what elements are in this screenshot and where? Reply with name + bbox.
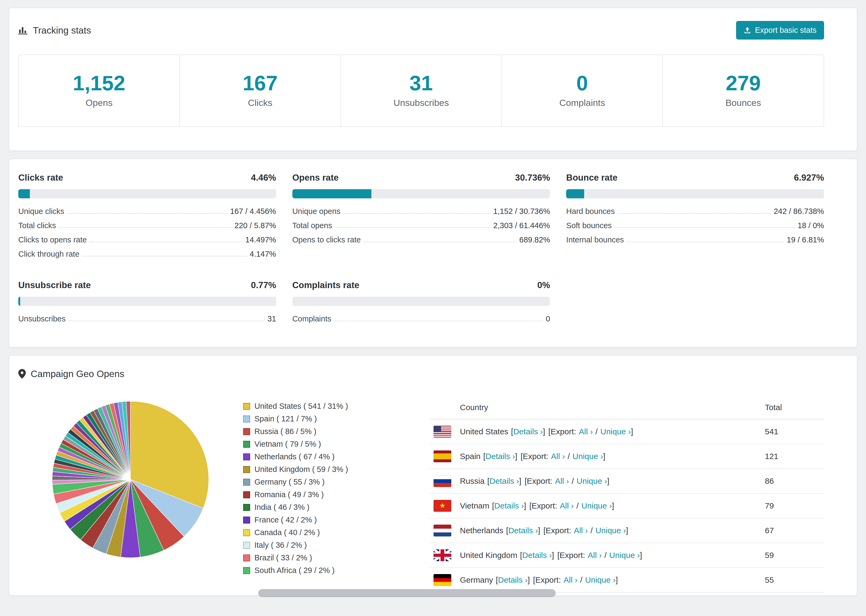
export-unique-link[interactable]: Unique › [576, 476, 607, 486]
rate-detail-label: Opens to clicks rate [292, 236, 361, 244]
export-all-link[interactable]: All › [560, 501, 574, 511]
country-name: United States [460, 427, 508, 436]
export-unique-link[interactable]: Unique › [595, 526, 626, 535]
export-unique-link[interactable]: Unique › [585, 575, 615, 585]
stat-label: Bounces [663, 97, 823, 108]
geo-body: United States ( 541 / 31% ) Spain ( 121 … [9, 391, 857, 596]
details-link[interactable]: Details › [498, 575, 527, 585]
tracking-stats-title: Tracking stats [18, 25, 91, 36]
table-row: United States[Details ›][Export:All ›/Un… [429, 420, 824, 444]
legend-item: Brazil ( 33 / 2% ) [243, 553, 429, 562]
geo-table-body: United States[Details ›][Export:All ›/Un… [429, 420, 824, 592]
rate-detail-value: 18 / 0% [798, 221, 824, 230]
rate-detail-label: Clicks to opens rate [18, 236, 87, 244]
rate-detail-value: 0 [546, 314, 550, 323]
export-all-link[interactable]: All › [588, 551, 602, 560]
country-total: 86 [765, 476, 824, 486]
export-unique-link[interactable]: Unique › [609, 551, 640, 560]
export-unique-link[interactable]: Unique › [573, 452, 603, 461]
legend-item: Italy ( 36 / 2% ) [243, 541, 429, 550]
slash: / [580, 575, 582, 585]
dotted-leader [58, 227, 232, 228]
country-name: Russia [460, 476, 485, 486]
horizontal-scrollbar-thumb[interactable] [258, 589, 556, 597]
table-row: Russia[Details ›][Export:All ›/Unique ›]… [429, 469, 824, 494]
country-name: Germany [460, 575, 493, 585]
details-link[interactable]: Details › [490, 476, 519, 486]
rate-detail-label: Unique opens [292, 207, 340, 216]
bracket: ] [603, 452, 605, 461]
rate-detail-row: Unique opens 1,152 / 30.736% [292, 207, 550, 216]
country-cell: Germany[Details ›][Export:All ›/Unique ›… [429, 574, 765, 586]
dotted-leader [335, 227, 491, 228]
legend-label: Russia ( 86 / 5% ) [254, 427, 316, 436]
progress-track [18, 189, 276, 198]
rate-detail-value: 31 [267, 314, 276, 323]
bracket: ] [616, 575, 618, 585]
rate-detail-label: Click through rate [18, 250, 79, 259]
country-name: Netherlands [460, 526, 504, 535]
legend-swatch [243, 403, 250, 410]
rate-detail-row: Internal bounces 19 / 6.81% [566, 236, 824, 244]
dotted-leader [90, 242, 242, 242]
stat-label: Complaints [502, 97, 663, 108]
details-link[interactable]: Details › [522, 551, 552, 560]
rate-detail-value: 1,152 / 30.736% [493, 207, 550, 216]
legend-item: India ( 46 / 3% ) [243, 503, 429, 512]
legend-label: Canada ( 40 / 2% ) [254, 528, 320, 537]
rate-detail-row: Click through rate 4.147% [18, 250, 276, 259]
export-all-link[interactable]: All › [555, 476, 569, 486]
details-link[interactable]: Details › [513, 427, 543, 436]
progress-track [566, 189, 824, 198]
bracket: ] [631, 427, 633, 436]
legend-label: Netherlands ( 67 / 4% ) [254, 452, 335, 461]
card-title-text: Campaign Geo Opens [31, 368, 124, 379]
table-row: United Kingdom[Details ›][Export:All ›/U… [429, 543, 824, 568]
export-basic-stats-button[interactable]: Export basic stats [736, 21, 824, 39]
export-all-link[interactable]: All › [574, 526, 588, 535]
rate-title: Clicks rate [18, 173, 63, 183]
country-flag-icon [433, 451, 451, 462]
bracket: [ [520, 551, 522, 560]
campaign-geo-opens-card: Campaign Geo Opens United States ( 541 /… [9, 355, 857, 596]
rate-detail-row: Opens to clicks rate 689.82% [292, 236, 550, 244]
rate-rows: Unique clicks 167 / 4.456% Total clicks … [18, 207, 276, 259]
export-all-link[interactable]: All › [551, 452, 565, 461]
details-link[interactable]: Details › [485, 452, 515, 461]
rate-detail-value: 14.497% [245, 236, 276, 244]
legend-swatch [243, 555, 250, 561]
bracket: ] [640, 551, 642, 560]
country-cell: United States[Details ›][Export:All ›/Un… [429, 426, 765, 438]
export-unique-link[interactable]: Unique › [600, 427, 631, 436]
dotted-leader [363, 242, 516, 242]
legend-item: Germany ( 55 / 3% ) [243, 478, 429, 486]
rate-rows: Unique opens 1,152 / 30.736% Total opens… [292, 207, 550, 244]
export-unique-link[interactable]: Unique › [581, 501, 612, 511]
bracket: ] [612, 501, 614, 511]
country-flag-icon [433, 549, 451, 561]
legend-swatch [243, 567, 250, 574]
progress-fill [566, 189, 584, 198]
progress-track [292, 297, 550, 306]
export-all-link[interactable]: All › [564, 575, 578, 585]
rate-detail-label: Unique clicks [18, 207, 64, 216]
rate-title: Bounce rate [566, 173, 617, 183]
table-row: Netherlands[Details ›][Export:All ›/Uniq… [429, 519, 824, 543]
legend-swatch [243, 529, 250, 536]
stat-cell: 31 Unsubscribes [341, 55, 502, 126]
rate-detail-label: Soft bounces [566, 221, 612, 230]
dotted-leader [82, 256, 247, 256]
rate-value: 30.736% [515, 173, 550, 183]
export-all-link[interactable]: All › [579, 427, 593, 436]
details-link[interactable]: Details › [494, 501, 524, 511]
legend-item: South Africa ( 29 / 2% ) [243, 566, 429, 575]
rate-detail-value: 220 / 5.87% [235, 221, 276, 230]
legend-item: Spain ( 121 / 7% ) [243, 415, 429, 423]
rate-detail-value: 167 / 4.456% [230, 207, 276, 216]
geo-table: Country Total United States[Details ›][E… [429, 393, 824, 592]
stat-cell: 167 Clicks [180, 55, 341, 126]
details-link[interactable]: Details › [508, 526, 538, 535]
rate-detail-label: Unsubscribes [18, 314, 66, 323]
rate-detail-row: Total clicks 220 / 5.87% [18, 221, 276, 230]
rate-detail-row: Clicks to opens rate 14.497% [18, 236, 276, 244]
